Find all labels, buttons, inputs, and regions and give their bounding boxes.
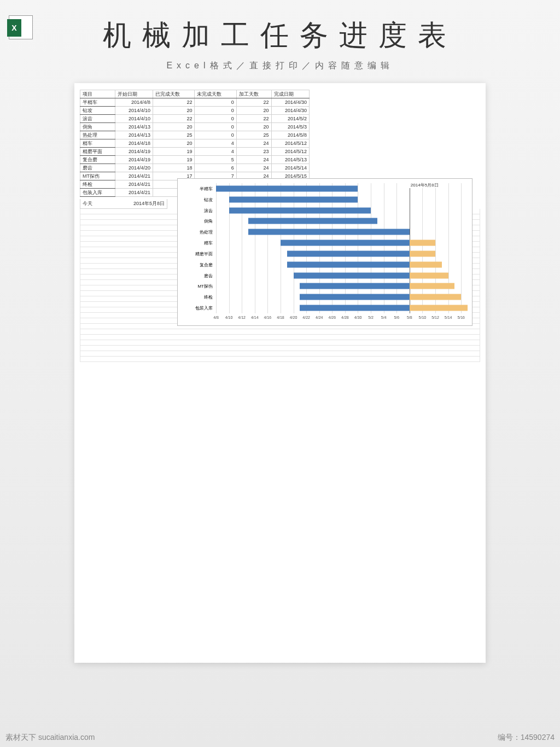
cell-dur: 25 [236,131,271,139]
footer-id: 编号：14590274 [498,733,555,743]
cell-name: 终检 [80,180,115,189]
today-value: 2014年5月8日 [133,200,165,207]
cell-name: 磨齿 [80,164,115,172]
cell-name: 精磨平面 [80,148,115,156]
cell-done: 22 [153,98,195,107]
chart-category-label: 包装入库 [195,305,216,311]
bar-done [248,229,410,235]
x-tick-label: 5/10 [419,316,427,319]
cell-end: 2014/5/8 [271,131,309,139]
cell-end: 2014/5/2 [271,115,309,123]
x-tick-label: 5/8 [407,316,412,319]
table-row: 磨齿2014/4/20186242014/5/14 [80,164,310,172]
col-end: 完成日期 [271,90,309,98]
cell-done: 20 [153,139,195,148]
cell-dur: 23 [236,148,271,156]
cell-name: 精车 [80,139,115,148]
page-footer: 素材天下 sucaitianxia.com 编号：14590274 [0,733,560,743]
cell-start: 2014/4/21 [115,180,153,189]
bar-done [300,305,410,311]
cell-start: 2014/4/8 [115,98,153,107]
chart-category-label: 复合磨 [200,261,216,267]
x-tick-label: 5/12 [431,316,439,319]
chart-category-label: 钻攻 [204,196,216,202]
x-tick-label: 4/10 [225,316,233,319]
col-project: 项目 [80,90,115,98]
cell-name: 半精车 [80,98,115,107]
cell-end: 2014/4/30 [271,107,309,115]
x-tick-label: 4/24 [316,316,323,319]
cell-end: 2014/5/13 [271,156,309,164]
today-label: 今天 [83,200,92,207]
x-tick-label: 4/30 [354,316,362,319]
x-tick-label: 4/8 [213,316,219,319]
table-row: 精车2014/4/18204242014/5/12 [80,139,310,148]
bar-done [281,240,410,246]
cell-name: 滚齿 [80,115,115,123]
cell-dur: 24 [236,156,271,164]
cell-start: 2014/4/19 [115,156,153,164]
cell-start: 2014/4/13 [115,123,153,131]
table-row: 热处理2014/4/13250252014/5/8 [80,131,310,139]
chart-category-label: 热处理 [200,229,216,235]
bar-remaining [410,305,468,311]
cell-done: 18 [153,164,195,172]
chart-category-label: 终检 [204,294,216,300]
bar-done [248,218,377,224]
x-tick-label: 4/12 [238,316,246,319]
today-row: 今天 2014年5月8日 [80,199,167,209]
table-row: 半精车2014/4/8220222014/4/30 [80,98,310,107]
spreadsheet-page: 项目 开始日期 已完成天数 未完成天数 加工天数 完成日期 半精车2014/4/… [74,83,486,663]
cell-start: 2014/4/13 [115,131,153,139]
cell-left: 0 [195,131,236,139]
footer-source: 素材天下 sucaitianxia.com [5,733,95,743]
chart-category-label: 半精车 [200,185,216,191]
bar-done [294,272,410,278]
bar-remaining [410,261,442,267]
cell-name: MT探伤 [80,172,115,180]
cell-start: 2014/4/19 [115,148,153,156]
cell-done: 20 [153,123,195,131]
chart-category-label: 滚齿 [204,207,216,213]
bar-done [300,294,410,300]
bar-remaining [410,283,455,289]
cell-start: 2014/4/10 [115,115,153,123]
cell-end: 2014/5/12 [271,148,309,156]
cell-end: 2014/5/3 [271,123,309,131]
chart-category-label: MT探伤 [197,283,216,289]
cell-dur: 22 [236,98,271,107]
x-tick-label: 4/26 [328,316,336,319]
bar-remaining [410,294,461,300]
x-tick-label: 4/14 [251,316,259,319]
cell-done: 22 [153,115,195,123]
cell-start: 2014/4/21 [115,189,153,197]
bar-remaining [410,272,448,278]
cell-done: 19 [153,156,195,164]
col-start: 开始日期 [115,90,153,98]
col-done: 已完成天数 [153,90,195,98]
chart-category-label: 精磨平面 [195,250,216,256]
cell-start: 2014/4/21 [115,172,153,180]
table-row: 滚齿2014/4/10220222014/5/2 [80,115,310,123]
cell-done: 20 [153,107,195,115]
bar-done [216,185,358,191]
table-row: 钻攻2014/4/10200202014/4/30 [80,107,310,115]
cell-dur: 22 [236,115,271,123]
x-tick-label: 4/28 [341,316,349,319]
cell-left: 0 [195,107,236,115]
col-dur: 加工天数 [236,90,271,98]
chart-today-label: 2014年5月8日 [410,182,440,188]
cell-dur: 24 [236,164,271,172]
table-row: 倒角2014/4/13200202014/5/3 [80,123,310,131]
gantt-chart: 2014年5月8日半精车钻攻滚齿倒角热处理精车精磨平面复合磨磨齿MT探伤终检包装… [177,178,472,326]
cell-left: 0 [195,115,236,123]
x-tick-label: 5/6 [394,316,399,319]
page-title: 机械加工任务进度表 [0,16,560,55]
x-tick-label: 5/16 [457,316,465,319]
cell-name: 包装入库 [80,189,115,197]
cell-dur: 24 [236,139,271,148]
bar-remaining [410,240,435,246]
table-row: 精磨平面2014/4/19194232014/5/12 [80,148,310,156]
cell-start: 2014/4/18 [115,139,153,148]
chart-category-label: 倒角 [204,218,216,224]
